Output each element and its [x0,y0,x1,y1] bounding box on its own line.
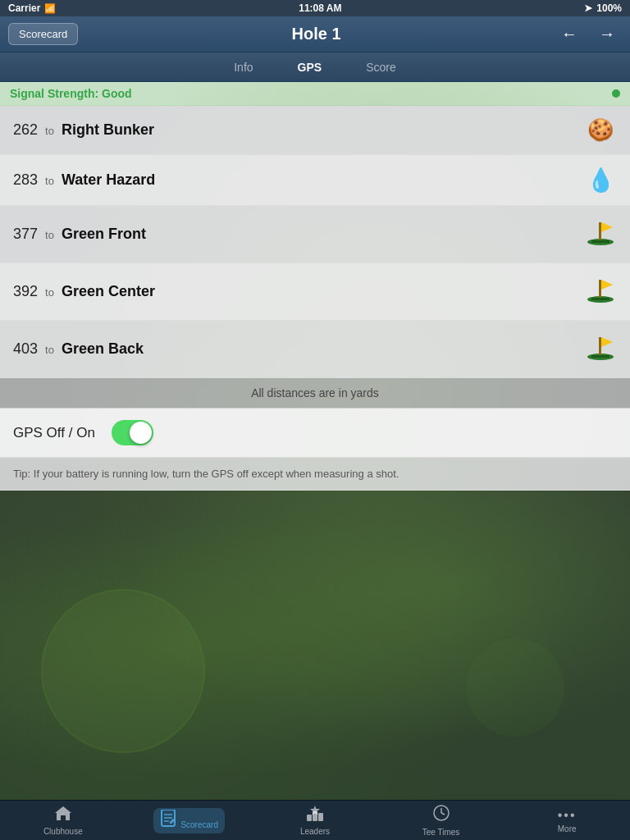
scorecard-icon [160,813,181,831]
clubhouse-label: Clubhouse [43,827,83,836]
distance-label-green-back: 403 to Green Back [13,340,144,358]
svg-marker-10 [601,337,613,347]
tee-times-icon [432,804,450,826]
name-green-center: Green Center [62,283,155,299]
toggle-thumb [130,422,152,444]
name-water: Water Hazard [62,171,155,188]
to-green-back: to [45,344,54,356]
svg-rect-3 [591,240,609,243]
svg-rect-18 [307,815,312,821]
distance-label-water: 283 to Water Hazard [13,171,155,189]
tab-score[interactable]: Score [356,56,406,79]
distance-label-green-center: 392 to Green Center [13,283,155,300]
tab-clubhouse[interactable]: Clubhouse [0,801,126,839]
scorecard-tab-label: Scorecard [180,820,218,829]
tab-leaders[interactable]: Leaders [252,801,378,839]
tab-scorecard[interactable]: Scorecard [126,805,253,837]
to-water: to [45,175,54,187]
distance-row-water: 283 to Water Hazard 💧 [0,155,630,206]
icon-green-center [584,275,617,308]
app-wrapper: Carrier 📶 11:08 AM ➤ 100% Scorecard Hole… [0,0,630,840]
tee-times-label: Tee Times [422,828,460,837]
distance-label-bunker: 262 to Right Bunker [13,121,154,139]
svg-rect-9 [599,337,601,357]
distance-row-green-front: 377 to Green Front [0,206,630,263]
to-green-front: to [45,229,54,241]
gps-toggle-label: GPS Off / On [13,425,95,441]
yards-bunker: 262 [13,121,38,138]
hole-title: Hole 1 [292,25,341,43]
bottom-tab-bar: Clubhouse Scorecard [0,800,630,840]
distance-row-bunker: 262 to Right Bunker 🍪 [0,106,630,155]
svg-line-23 [441,813,445,815]
svg-rect-5 [599,280,601,299]
distance-row-green-center: 392 to Green Center [0,263,630,321]
icon-bunker: 🍪 [584,117,617,143]
leaders-label: Leaders [300,827,330,836]
more-label: More [558,824,577,833]
content-area: Signal Strength: Good 262 to Right Bunke… [0,82,630,840]
distance-label-green-front: 377 to Green Front [13,226,146,243]
yards-green-front: 377 [13,226,38,242]
svg-rect-1 [599,222,601,242]
icon-water: 💧 [584,167,617,194]
svg-rect-7 [591,298,609,300]
tab-info[interactable]: Info [224,56,262,79]
leaders-icon [306,805,324,825]
name-green-back: Green Back [62,340,144,357]
svg-marker-12 [55,806,71,820]
time-display: 11:08 AM [299,2,341,14]
nav-arrows: ← → [555,21,622,47]
name-green-front: Green Front [62,226,146,242]
to-green-center: to [45,286,54,299]
golf-bg-area [0,491,630,802]
icon-green-front [584,217,617,251]
toggle-track[interactable] [112,420,153,445]
icon-green-back [584,332,617,366]
distances-note: All distances are in yards [0,378,630,409]
yards-green-center: 392 [13,283,38,299]
yards-green-back: 403 [13,340,38,357]
name-bunker: Right Bunker [62,121,154,138]
to-bunker: to [45,125,54,137]
svg-rect-19 [318,813,323,821]
carrier-label: Carrier [8,2,40,14]
forward-arrow[interactable]: → [592,21,622,47]
tab-gps[interactable]: GPS [288,56,332,79]
clubhouse-icon [54,805,72,825]
scorecard-button[interactable]: Scorecard [8,23,78,45]
location-icon: ➤ [584,2,592,14]
back-arrow[interactable]: ← [555,21,584,47]
tab-more[interactable]: ••• More [504,805,630,837]
status-right: ➤ 100% [584,2,622,14]
gps-toggle-row: GPS Off / On [0,409,630,458]
distance-row-green-back: 403 to Green Back [0,321,630,378]
gps-toggle-switch[interactable] [112,420,153,445]
svg-marker-2 [601,222,613,232]
wifi-icon: 📶 [44,3,56,14]
yards-water: 283 [13,171,38,188]
tab-tee-times[interactable]: Tee Times [378,801,504,840]
nav-bar: Scorecard Hole 1 ← → [0,16,630,52]
status-bar: Carrier 📶 11:08 AM ➤ 100% [0,0,630,16]
status-left: Carrier 📶 [8,2,56,14]
svg-marker-6 [601,280,613,290]
svg-rect-11 [591,355,609,358]
more-icon: ••• [558,808,577,823]
tab-bar: Info GPS Score [0,52,630,82]
battery-label: 100% [596,2,622,14]
tip-area: Tip: If your battery is running low, tur… [0,458,630,491]
